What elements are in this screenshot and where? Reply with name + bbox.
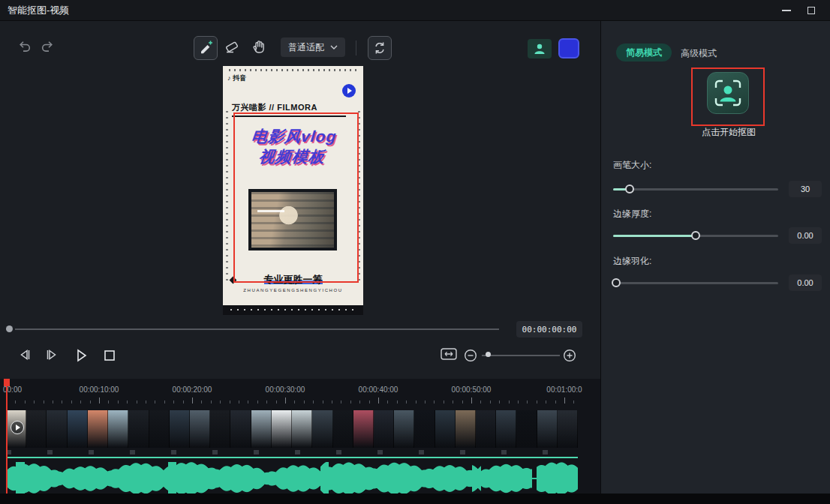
video-frame-thumbnail[interactable] bbox=[88, 410, 108, 448]
window-title: 智能抠图-视频 bbox=[8, 4, 69, 17]
timeline-tickmarks bbox=[6, 397, 578, 404]
poster-photo-caption bbox=[257, 210, 284, 212]
edge-thickness-label: 边缘厚度: bbox=[613, 208, 651, 220]
previous-frame-icon bbox=[17, 346, 33, 363]
audio-waveform[interactable] bbox=[6, 458, 578, 496]
chevron-down-icon bbox=[330, 45, 338, 50]
video-frame-thumbnail[interactable] bbox=[312, 410, 332, 448]
next-frame-button[interactable] bbox=[44, 346, 62, 364]
video-frame-thumbnail[interactable] bbox=[47, 410, 67, 448]
redo-icon bbox=[41, 39, 56, 52]
ruler-tick-label: 00:00:40:00 bbox=[359, 386, 398, 394]
video-frame-thumbnail[interactable] bbox=[149, 410, 170, 448]
video-frame-thumbnail[interactable] bbox=[374, 410, 394, 448]
video-preview[interactable]: ♪ 抖音 万兴喵影 // FILMORA 电影风vlog 视频模板 专业更胜一筹… bbox=[223, 66, 363, 315]
eraser-tool-button[interactable] bbox=[224, 39, 240, 54]
playhead-handle[interactable] bbox=[4, 379, 10, 386]
play-icon bbox=[72, 346, 90, 364]
start-matting-button[interactable] bbox=[707, 72, 749, 114]
video-frame-thumbnail[interactable] bbox=[292, 410, 312, 448]
reset-loop-button[interactable] bbox=[368, 36, 392, 60]
undo-button[interactable] bbox=[17, 39, 32, 52]
bottom-bar bbox=[0, 494, 830, 504]
video-frame-thumbnail[interactable] bbox=[68, 410, 88, 448]
poster-cat-photo bbox=[248, 189, 337, 250]
video-frame-thumbnail[interactable] bbox=[230, 410, 251, 448]
video-frame-thumbnail[interactable] bbox=[516, 410, 537, 448]
video-frame-thumbnail[interactable] bbox=[435, 410, 456, 448]
timeline-zoom-in-button[interactable] bbox=[563, 349, 581, 367]
ruler-tick-label: 00:00 bbox=[3, 386, 22, 394]
video-frame-thumbnail[interactable] bbox=[353, 410, 374, 448]
edge-feather-knob[interactable] bbox=[612, 278, 621, 287]
zoom-in-icon bbox=[563, 349, 576, 362]
poster-top-dots bbox=[229, 69, 357, 71]
stop-icon bbox=[101, 346, 119, 364]
color-swatch-blue[interactable] bbox=[558, 38, 579, 58]
video-frame-thumbnail[interactable] bbox=[496, 410, 516, 448]
fit-to-window-icon bbox=[440, 346, 458, 362]
video-track-thumbnails[interactable] bbox=[6, 410, 578, 448]
poster-title: 电影风vlog 视频模板 bbox=[223, 126, 363, 166]
brush-add-tool-button[interactable] bbox=[194, 36, 218, 60]
zoom-out-icon bbox=[464, 349, 477, 362]
video-frame-thumbnail[interactable] bbox=[414, 410, 435, 448]
fit-mode-dropdown[interactable]: 普通适配 bbox=[281, 38, 345, 57]
timeline-zoom-slider[interactable] bbox=[482, 355, 560, 356]
brush-size-knob[interactable] bbox=[625, 184, 634, 194]
brush-size-slider[interactable] bbox=[613, 184, 778, 194]
hand-icon bbox=[251, 38, 267, 55]
video-frame-thumbnail[interactable] bbox=[128, 410, 149, 448]
edge-thickness-slider[interactable] bbox=[613, 231, 778, 240]
redo-button[interactable] bbox=[41, 39, 56, 52]
ruler-tick-label: 00:00:10:00 bbox=[80, 386, 119, 394]
poster-play-badge bbox=[342, 84, 356, 98]
edge-feather-slider[interactable] bbox=[613, 278, 778, 287]
brush-size-value[interactable]: 30 bbox=[789, 181, 822, 197]
poster-brand: 万兴喵影 // FILMORA bbox=[232, 102, 346, 117]
maximize-button[interactable] bbox=[807, 7, 815, 14]
poster-platform: ♪ 抖音 bbox=[227, 74, 246, 83]
smart-matting-window: 智能抠图-视频 bbox=[0, 0, 830, 504]
video-frame-thumbnail[interactable] bbox=[558, 410, 578, 448]
video-frame-thumbnail[interactable] bbox=[251, 410, 272, 448]
video-frame-thumbnail[interactable] bbox=[272, 410, 292, 448]
video-frame-thumbnail[interactable] bbox=[210, 410, 230, 448]
minimize-button[interactable] bbox=[782, 10, 791, 11]
seek-knob[interactable] bbox=[6, 326, 13, 332]
person-icon bbox=[533, 43, 546, 55]
hand-tool-button[interactable] bbox=[251, 38, 267, 55]
titlebar: 智能抠图-视频 bbox=[0, 0, 830, 21]
video-frame-thumbnail[interactable] bbox=[537, 410, 558, 448]
previous-frame-button[interactable] bbox=[17, 346, 35, 364]
video-frame-thumbnail[interactable] bbox=[333, 410, 353, 448]
video-frame-thumbnail[interactable] bbox=[394, 410, 414, 448]
timeline-ruler[interactable]: 00:0000:00:10:0000:00:20:0000:00:30:0000… bbox=[6, 386, 578, 396]
video-frame-thumbnail[interactable] bbox=[456, 410, 476, 448]
tab-advanced-mode[interactable]: 高级模式 bbox=[681, 47, 717, 60]
poster-side-dots-left bbox=[226, 111, 228, 285]
ruler-tick-label: 00:00:30:00 bbox=[266, 386, 305, 394]
clip-label-row bbox=[6, 450, 578, 454]
video-frame-thumbnail[interactable] bbox=[26, 410, 47, 448]
poster-slogan-sub: ZHUANGYEGENGSHENGYICHOU bbox=[223, 288, 363, 292]
undo-icon bbox=[17, 39, 32, 52]
brush-size-label: 画笔大小: bbox=[613, 159, 651, 172]
brush-add-icon bbox=[198, 40, 213, 56]
play-button[interactable] bbox=[72, 346, 90, 364]
edge-thickness-knob[interactable] bbox=[691, 231, 700, 240]
ruler-tick-label: 00:00:50:00 bbox=[452, 386, 492, 394]
timecode-display: 00:00:00:00 bbox=[516, 321, 582, 338]
stop-button[interactable] bbox=[101, 346, 119, 364]
tab-simple-mode[interactable]: 简易模式 bbox=[616, 44, 672, 62]
fit-to-window-button[interactable] bbox=[440, 346, 458, 364]
video-frame-thumbnail[interactable] bbox=[476, 410, 496, 448]
video-frame-thumbnail[interactable] bbox=[190, 410, 210, 448]
video-frame-thumbnail[interactable] bbox=[170, 410, 190, 448]
timeline-zoom-out-button[interactable] bbox=[464, 349, 482, 367]
edge-feather-value[interactable]: 0.00 bbox=[789, 274, 822, 291]
edge-thickness-value[interactable]: 0.00 bbox=[789, 227, 822, 244]
seek-track[interactable] bbox=[15, 328, 499, 330]
portrait-button[interactable] bbox=[528, 39, 552, 58]
video-frame-thumbnail[interactable] bbox=[108, 410, 128, 448]
